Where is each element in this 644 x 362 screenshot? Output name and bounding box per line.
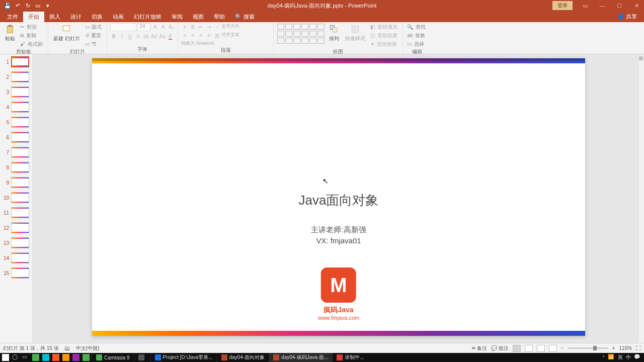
copy-button[interactable]: ⧉ 复制 — [19, 32, 45, 40]
taskbar-app[interactable] — [134, 353, 150, 362]
tab-animations[interactable]: 动画 — [108, 12, 129, 22]
bold-icon[interactable]: B — [110, 33, 117, 40]
italic-icon[interactable]: I — [118, 33, 125, 40]
slide[interactable]: Java面向对象 主讲老师:高新强 VX: fmjava01 M 疯码Java … — [92, 58, 585, 336]
thumbnail-slide[interactable]: 15 — [0, 265, 33, 281]
new-slide-button[interactable]: 新建 幻灯片 — [51, 23, 82, 43]
taskbar-app[interactable]: day04-面向对象 — [217, 353, 269, 362]
indent-inc-icon[interactable]: ⇥ — [205, 23, 212, 30]
maximize-icon[interactable]: ☐ — [612, 0, 627, 11]
thumbnail-slide[interactable]: 5 — [0, 115, 33, 130]
case-icon[interactable]: Aa — [158, 33, 166, 40]
shape-outline-button[interactable]: ◫ 形状轮廓 — [369, 32, 399, 40]
undo-icon[interactable]: ↶ — [14, 2, 21, 9]
align-center-icon[interactable]: ≡ — [189, 32, 196, 39]
taskbar-app[interactable]: Project [D:\Java零基... — [150, 353, 217, 362]
taskbar-app[interactable]: day04-疯码Java-面... — [269, 353, 332, 362]
cut-button[interactable]: ✂ 剪切 — [19, 23, 45, 31]
view-slideshow-button[interactable] — [549, 345, 557, 352]
zoom-in-button[interactable]: + — [612, 345, 615, 351]
tray-icon[interactable] — [32, 354, 39, 361]
tray-icon[interactable] — [42, 354, 49, 361]
view-normal-button[interactable] — [513, 345, 521, 352]
thumbnail-slide[interactable]: 14 — [0, 250, 33, 265]
thumbnail-slide[interactable]: 7 — [0, 145, 33, 160]
tab-insert[interactable]: 插入 — [44, 12, 65, 22]
increase-font-icon[interactable]: A — [151, 23, 158, 30]
thumbnail-slide[interactable]: 6 — [0, 130, 33, 145]
tray-icon[interactable] — [83, 354, 90, 361]
layout-button[interactable]: ▭ 版式 — [84, 23, 104, 31]
line-spacing-icon[interactable]: ↕ — [213, 23, 220, 30]
shape-effects-button[interactable]: ✦ 形状效果 — [369, 40, 399, 48]
spacing-icon[interactable]: AV — [150, 33, 157, 40]
taskbar-app[interactable]: 录制中... — [332, 353, 368, 362]
tab-help[interactable]: 帮助 — [209, 12, 230, 22]
share-button[interactable]: 👤 共享 — [614, 12, 640, 22]
section-button[interactable]: ▭ 节 — [84, 40, 104, 48]
thumbnail-slide[interactable]: 2 — [0, 69, 33, 84]
paste-button[interactable]: 粘贴 — [3, 23, 17, 43]
thumbnail-slide[interactable]: 10 — [0, 190, 33, 205]
tray-icon[interactable] — [72, 354, 79, 361]
login-button[interactable]: 登录 — [552, 1, 573, 10]
qat-more-icon[interactable]: ▾ — [44, 2, 51, 9]
tab-file[interactable]: 文件 — [2, 12, 23, 22]
thumbnail-slide[interactable]: 1 — [0, 54, 33, 69]
close-icon[interactable]: ✕ — [629, 0, 644, 11]
thumbnail-slide[interactable]: 9 — [0, 175, 33, 190]
select-button[interactable]: ▭ 选择 — [406, 40, 428, 48]
tray-icon[interactable] — [62, 354, 69, 361]
thumbnail-slide[interactable]: 11 — [0, 205, 33, 220]
taskview-icon[interactable]: ▭ — [22, 354, 29, 361]
fit-window-button[interactable]: ⛶ — [636, 345, 641, 351]
quick-styles-button[interactable]: 快速样式 — [343, 23, 367, 43]
bullets-icon[interactable]: ≡ — [181, 23, 188, 30]
cortana-icon[interactable]: ◯ — [12, 354, 19, 361]
justify-icon[interactable]: ≡ — [205, 32, 212, 39]
spell-check-icon[interactable]: 🕮 — [65, 345, 70, 351]
font-name-input[interactable] — [110, 23, 136, 31]
font-color-icon[interactable]: A — [167, 33, 174, 40]
view-sorter-button[interactable] — [525, 345, 533, 352]
tab-home[interactable]: 开始 — [23, 12, 44, 22]
zoom-slider[interactable] — [568, 347, 608, 349]
slide-canvas-area[interactable]: Java面向对象 主讲老师:高新强 VX: fmjava01 M 疯码Java … — [33, 54, 644, 343]
tab-design[interactable]: 设计 — [65, 12, 87, 22]
ime-indicator[interactable]: 英 — [618, 354, 623, 361]
strike-icon[interactable]: S — [134, 33, 141, 40]
font-size-input[interactable]: 24 — [137, 23, 150, 31]
replace-button[interactable]: ab 替换 — [406, 32, 428, 40]
tab-view[interactable]: 视图 — [188, 12, 209, 22]
thumbnail-slide[interactable]: 12 — [0, 220, 33, 235]
minimize-icon[interactable]: ― — [595, 0, 610, 11]
taskbar-app[interactable]: Camtasia 9 — [92, 353, 134, 362]
thumbnail-slide[interactable]: 8 — [0, 160, 33, 175]
thumbnail-slide[interactable]: 4 — [0, 100, 33, 115]
tray-icon[interactable] — [52, 354, 59, 361]
view-reading-button[interactable] — [537, 345, 545, 352]
ime-indicator-2[interactable]: 中 — [626, 354, 631, 361]
thumbnail-slide[interactable]: 13 — [0, 235, 33, 250]
tab-slideshow[interactable]: 幻灯片放映 — [129, 12, 167, 22]
ribbon-options-icon[interactable]: ▭ — [578, 0, 593, 11]
align-text-button[interactable]: 对齐文本 — [221, 32, 239, 39]
numbering-icon[interactable]: ≣ — [189, 23, 196, 30]
thumbnail-slide[interactable]: 3 — [0, 84, 33, 100]
shape-fill-button[interactable]: ◧ 形状填充 — [369, 23, 399, 31]
decrease-font-icon[interactable]: A — [159, 23, 167, 30]
arrange-button[interactable]: 排列 — [327, 23, 341, 43]
align-right-icon[interactable]: ≡ — [197, 32, 204, 39]
redo-icon[interactable]: ↻ — [24, 2, 31, 9]
tab-review[interactable]: 审阅 — [167, 12, 188, 22]
shadow-icon[interactable]: ab — [142, 33, 149, 40]
comments-button[interactable]: 💬 批注 — [491, 345, 509, 352]
slideshow-start-icon[interactable]: ▭ — [34, 2, 41, 9]
language-indicator[interactable]: 中文(中国) — [76, 345, 100, 352]
vertical-scrollbar[interactable] — [638, 55, 644, 343]
text-direction-button[interactable]: 文字方向 — [221, 23, 239, 30]
zoom-out-button[interactable]: − — [561, 345, 564, 351]
reset-button[interactable]: ↺ 重置 — [84, 32, 104, 40]
zoom-level[interactable]: 115% — [619, 345, 632, 351]
save-icon[interactable]: 💾 — [4, 2, 11, 9]
